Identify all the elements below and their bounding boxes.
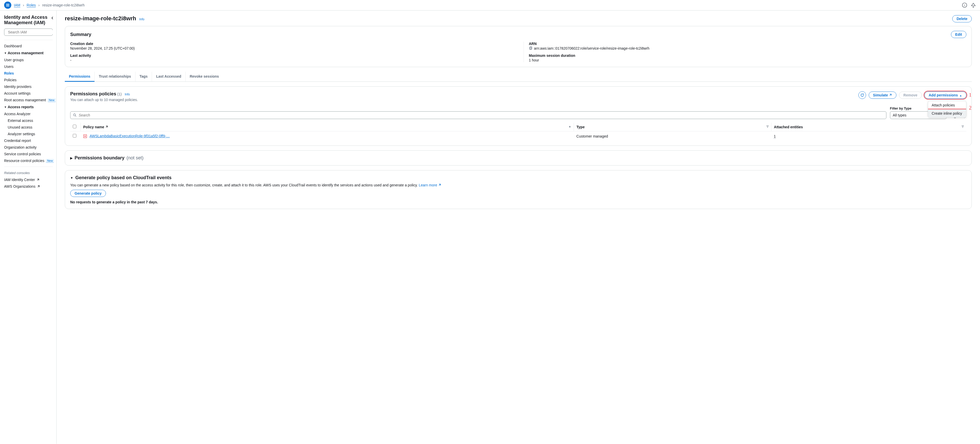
nav-user-groups[interactable]: User groups xyxy=(4,57,56,63)
nav-dashboard[interactable]: Dashboard xyxy=(4,43,56,49)
nav-account-settings[interactable]: Account settings xyxy=(4,90,56,97)
tab-trust[interactable]: Trust relationships xyxy=(95,72,135,81)
nav-org-activity[interactable]: Organization activity xyxy=(4,144,56,151)
policy-search[interactable] xyxy=(70,111,886,119)
annotation-1: 1 xyxy=(969,92,972,98)
nav-access-management[interactable]: ▼Access management xyxy=(4,49,56,57)
notifications-icon[interactable] xyxy=(971,3,976,8)
nav-identity-providers[interactable]: Identity providers xyxy=(4,83,56,90)
col-entities[interactable]: Attached entities▽ xyxy=(771,123,966,131)
sidebar: Identity and Access Management (IAM) Das… xyxy=(0,11,57,444)
copy-icon[interactable] xyxy=(529,46,533,50)
breadcrumb-iam[interactable]: IAM xyxy=(14,3,20,8)
row-checkbox[interactable] xyxy=(73,134,76,138)
sidebar-search-input[interactable] xyxy=(8,30,53,34)
policies-table: Policy name ▲ Type▽ Attached entities▽ A… xyxy=(70,123,966,141)
svg-marker-2 xyxy=(972,3,975,6)
filter-row: Filter by Type All types ▼ ‹ 1 › xyxy=(70,107,966,119)
summary-card: Summary Edit Creation date November 28, … xyxy=(65,26,972,67)
sidebar-search[interactable] xyxy=(4,29,53,36)
delete-button[interactable]: Delete xyxy=(952,15,972,22)
edit-button[interactable]: Edit xyxy=(951,31,966,38)
external-link-icon xyxy=(37,185,40,188)
sidebar-collapse-button[interactable] xyxy=(51,16,54,21)
generate-policy-button[interactable]: Generate policy xyxy=(70,190,106,197)
select-all-checkbox[interactable] xyxy=(73,125,76,128)
sidebar-title-text: Identity and Access Management (IAM) xyxy=(4,15,47,25)
tab-revoke[interactable]: Revoke sessions xyxy=(186,72,223,81)
page-title: resize-image-role-tc2i8wrh xyxy=(65,15,136,22)
nav-policies[interactable]: Policies xyxy=(4,76,56,83)
nav-access-reports[interactable]: ▼Access reports xyxy=(4,103,56,111)
col-entities-label: Attached entities xyxy=(774,125,803,129)
chevron-right-icon: › xyxy=(38,3,40,7)
sort-icon: ▽ xyxy=(962,125,964,128)
info-link[interactable]: Info xyxy=(139,18,144,21)
nav-root-access-label: Root access management xyxy=(4,98,46,102)
remove-button[interactable]: Remove xyxy=(899,92,922,99)
breadcrumb-current: resize-image-role-tc2i8wrh xyxy=(42,3,84,7)
tab-permissions[interactable]: Permissions xyxy=(65,72,95,82)
layout: Identity and Access Management (IAM) Das… xyxy=(0,11,980,444)
simulate-button[interactable]: Simulate xyxy=(869,92,896,99)
expand-icon[interactable] xyxy=(83,134,87,138)
annotation-2: 2 xyxy=(969,105,972,111)
chevron-right-icon: › xyxy=(23,3,24,7)
nav-iam-identity-center[interactable]: IAM Identity Center xyxy=(4,177,56,183)
nav-unused-access[interactable]: Unused access xyxy=(8,124,56,130)
hamburger-menu-button[interactable] xyxy=(4,2,11,9)
creation-date-value: November 28, 2024, 17:25 (UTC+07:00) xyxy=(70,46,513,50)
perm-subtitle: You can attach up to 10 managed policies… xyxy=(70,98,138,102)
svg-line-9 xyxy=(75,116,76,117)
policy-search-input[interactable] xyxy=(79,113,884,117)
svg-text:i: i xyxy=(964,3,965,7)
nav-rcp[interactable]: Resource control policies New xyxy=(4,158,56,164)
perm-count: (1) xyxy=(117,92,122,96)
col-type[interactable]: Type▽ xyxy=(574,123,771,131)
perm-info-link[interactable]: Info xyxy=(125,92,130,96)
nav-access-analyzer[interactable]: Access Analyzer xyxy=(4,111,56,117)
caret-right-icon: ▶ xyxy=(70,156,73,160)
nav-users[interactable]: Users xyxy=(4,63,56,70)
dropdown-create-inline-policy[interactable]: Create inline policy xyxy=(928,109,966,118)
max-session-value: 1 hour xyxy=(529,58,967,62)
perm-title: Permissions policies xyxy=(70,91,116,96)
nav-root-access[interactable]: Root access management New xyxy=(4,97,56,103)
topbar: IAM › Roles › resize-image-role-tc2i8wrh… xyxy=(0,0,980,11)
generate-desc-text: You can generate a new policy based on t… xyxy=(70,183,418,187)
dropdown-attach-policies[interactable]: Attach policies xyxy=(928,101,966,109)
refresh-button[interactable] xyxy=(858,91,866,99)
add-permissions-button[interactable]: Add permissions▲ xyxy=(924,92,967,99)
caret-down-icon: ▼ xyxy=(70,176,73,180)
boundary-title: Permissions boundary xyxy=(75,155,124,161)
tab-last-accessed[interactable]: Last Accessed xyxy=(152,72,186,81)
add-perm-label: Add permissions xyxy=(929,93,958,97)
learn-more-link[interactable]: Learn more xyxy=(418,183,441,187)
generate-toggle[interactable]: ▼ Generate policy based on CloudTrail ev… xyxy=(70,175,966,180)
nav-external-access[interactable]: External access xyxy=(8,117,56,124)
add-permissions-wrap: Add permissions▲ 1 Attach policies Creat… xyxy=(924,92,967,99)
page-header: resize-image-role-tc2i8wrh Info Delete xyxy=(65,15,972,22)
last-activity-label: Last activity xyxy=(70,54,513,57)
svg-point-3 xyxy=(973,7,974,8)
col-type-label: Type xyxy=(576,125,585,129)
attached-entities-count: 1 xyxy=(774,134,776,138)
tab-tags[interactable]: Tags xyxy=(135,72,152,81)
nav-aws-orgs[interactable]: AWS Organizations xyxy=(4,183,56,190)
policy-name-link[interactable]: AWSLambdaBasicExecutionRole-9f31a5f2-0ff… xyxy=(89,134,170,138)
nav-scp[interactable]: Service control policies xyxy=(4,151,56,158)
help-icon[interactable]: i xyxy=(962,3,967,8)
last-activity-value: - xyxy=(70,58,513,62)
no-requests-text: No requests to generate a policy in the … xyxy=(70,200,966,204)
col-policy-name[interactable]: Policy name ▲ xyxy=(81,123,574,131)
breadcrumb-roles[interactable]: Roles xyxy=(27,3,36,8)
nav-roles[interactable]: Roles xyxy=(4,70,56,76)
external-link-icon xyxy=(37,178,40,181)
summary-title: Summary xyxy=(70,32,91,37)
arn-value: arn:aws:iam::017820706022:role/service-r… xyxy=(534,46,649,50)
boundary-toggle[interactable]: ▶ Permissions boundary (not set) xyxy=(70,155,966,161)
table-row: AWSLambdaBasicExecutionRole-9f31a5f2-0ff… xyxy=(70,131,966,141)
nav-analyzer-settings[interactable]: Analyzer settings xyxy=(8,130,56,137)
nav-credential-report[interactable]: Credential report xyxy=(4,137,56,144)
max-session-label: Maximum session duration xyxy=(529,54,967,57)
